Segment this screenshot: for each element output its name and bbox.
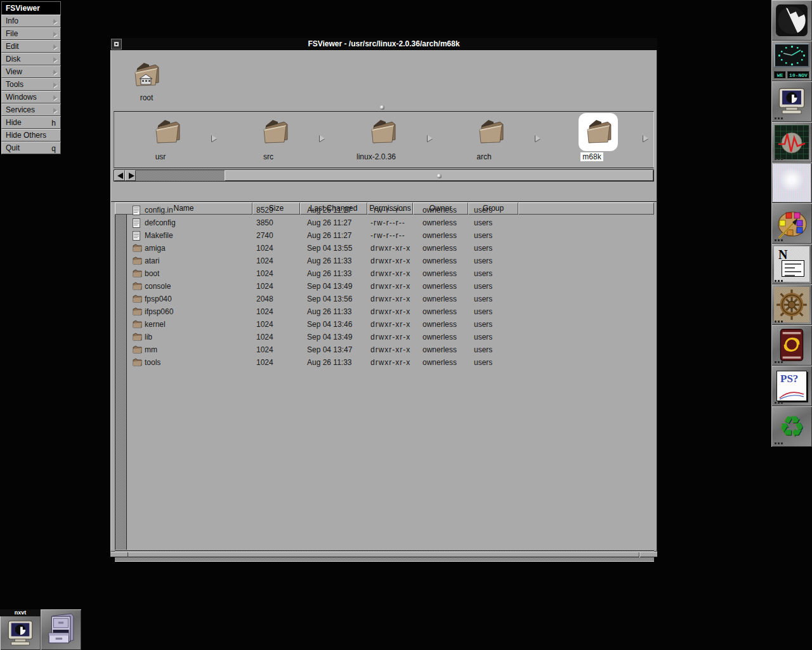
dock-tile-windowmaker[interactable] [771, 0, 812, 41]
browser-folder[interactable]: arch [438, 112, 546, 168]
column-arrow-icon [320, 135, 325, 142]
table-row[interactable]: atari 1024 Aug 26 11:33 drwxr-xr-x owner… [129, 255, 654, 267]
file-permissions: drwxr-xr-x [370, 269, 410, 278]
miniwindow-nxvt[interactable]: nxvt [0, 609, 41, 650]
browser-folder[interactable]: linux-2.0.36 [330, 112, 438, 168]
scroll-right-button[interactable] [125, 170, 136, 181]
file-changed: Sep 04 13:47 [307, 345, 352, 354]
dock-tile-text-editor[interactable]: N [771, 244, 812, 284]
table-row[interactable]: amiga 1024 Sep 04 13:55 drwxr-xr-x owner… [129, 242, 654, 255]
menu-item[interactable]: Tools [1, 78, 61, 91]
clock-day-display: WE [774, 71, 786, 79]
list-vertical-scrollbar[interactable] [115, 215, 127, 550]
file-size: 1024 [256, 358, 273, 367]
table-row[interactable]: Makefile 2740 Aug 26 11:27 -rw-r--r-- ow… [129, 229, 654, 242]
browser-folder[interactable]: src [222, 112, 330, 168]
scrollbar-track[interactable] [136, 170, 225, 181]
menu-item[interactable]: Disk [1, 53, 61, 65]
menu-item[interactable]: Hide h [1, 116, 61, 129]
table-row[interactable]: console 1024 Sep 04 13:49 drwxr-xr-x own… [129, 280, 654, 293]
dock-tile-monitor[interactable] [771, 81, 812, 122]
browser-folder[interactable]: usr [114, 112, 222, 168]
file-size: 1024 [256, 282, 273, 291]
file-owner: ownerless [422, 206, 457, 215]
scroll-left-button[interactable] [114, 170, 125, 181]
table-row[interactable]: config.in 8529 Aug 26 11:27 -rw-r--r-- o… [129, 204, 654, 216]
menu-item-label: Hide Others [6, 131, 46, 140]
file-name: amiga [145, 244, 166, 253]
file-permissions: drwxr-xr-x [370, 345, 410, 354]
browser-folder[interactable]: m68k [546, 112, 653, 168]
table-row[interactable]: fpsp040 2048 Sep 04 13:56 drwxr-xr-x own… [129, 293, 654, 305]
file-group: users [474, 307, 492, 316]
document-icon [133, 231, 140, 241]
menu-item[interactable]: Services [1, 103, 61, 116]
menu-item[interactable]: Quit q [1, 142, 61, 154]
table-row[interactable]: boot 1024 Aug 26 11:33 drwxr-xr-x ownerl… [129, 267, 654, 280]
home-folder-icon [131, 59, 162, 90]
window-titlebar[interactable]: FSViewer - /usr/src/linux-2.0.36/arch/m6… [110, 38, 657, 50]
menu-item-label: Edit [6, 42, 19, 51]
shelf-resize-knob[interactable] [380, 105, 384, 110]
menu-item[interactable]: Info [1, 15, 61, 27]
menu-item-label: Disk [6, 55, 20, 63]
file-name: atari [145, 256, 159, 265]
file-owner: ownerless [422, 256, 457, 265]
table-row[interactable]: kernel 1024 Sep 04 13:46 drwxr-xr-x owne… [129, 318, 654, 331]
menu-item[interactable]: Hide Others [1, 129, 61, 142]
column-arrow-icon [428, 135, 433, 142]
table-row[interactable]: lib 1024 Sep 04 13:49 drwxr-xr-x ownerle… [129, 331, 654, 343]
file-owner: ownerless [422, 358, 457, 367]
column-arrow-icon [535, 135, 540, 142]
file-changed: Aug 26 11:33 [307, 358, 352, 367]
menu-item[interactable]: View [1, 65, 61, 78]
resize-right-cap[interactable] [639, 552, 657, 557]
running-dots [775, 402, 776, 404]
postscript-icon: PS? [776, 371, 807, 401]
file-group: users [474, 358, 492, 367]
menu-item[interactable]: Edit [1, 40, 61, 53]
dock-tile-ghost-noise[interactable] [771, 162, 812, 203]
file-owner: ownerless [422, 218, 457, 227]
submenu-arrow-icon [53, 32, 57, 37]
folder-icon [133, 244, 142, 252]
monitor-icon [777, 87, 806, 116]
running-dots [775, 158, 776, 160]
table-row[interactable]: tools 1024 Aug 26 11:33 drwxr-xr-x owner… [129, 356, 654, 369]
menu-item[interactable]: Windows [1, 91, 61, 103]
right-arrow-icon [129, 173, 134, 179]
file-size: 2048 [256, 295, 273, 303]
menu-item-label: View [6, 67, 22, 76]
file-group: users [474, 282, 492, 291]
file-group: users [474, 218, 492, 227]
resize-left-cap[interactable] [110, 552, 128, 557]
table-row[interactable]: ifpsp060 1024 Aug 26 11:33 drwxr-xr-x ow… [129, 305, 654, 318]
dock-tile-clock[interactable]: WE 10-NOV [771, 41, 812, 81]
file-owner: ownerless [422, 345, 457, 354]
dock-tile-recycler[interactable]: ♻ [771, 406, 812, 447]
dock-tile-pulse-monitor[interactable] [771, 122, 812, 162]
menu-item[interactable]: File [1, 27, 61, 40]
table-row[interactable]: defconfig 3850 Aug 26 11:27 -rw-r--r-- o… [129, 216, 654, 229]
folder-icon [368, 116, 398, 147]
window-resizebar[interactable] [110, 552, 657, 557]
menu-item-label: Hide [6, 118, 22, 127]
shelf-item-root[interactable]: root [126, 59, 167, 102]
dock-tile-mailbox[interactable] [771, 325, 812, 366]
menu-item-label: Info [6, 17, 18, 25]
file-size: 1024 [256, 345, 273, 354]
submenu-arrow-icon [53, 19, 57, 24]
dock-tile-postscript-viewer[interactable]: PS? [771, 366, 812, 406]
scrollbar-thumb[interactable] [225, 170, 653, 181]
app-menu-title[interactable]: FSViewer [1, 1, 61, 15]
dock-tile-paint-palette[interactable] [771, 203, 812, 244]
miniaturize-button[interactable] [111, 39, 122, 50]
running-dots [775, 117, 776, 119]
file-size: 2740 [256, 231, 273, 240]
thumb-dimple [437, 174, 442, 178]
file-owner: ownerless [422, 320, 457, 329]
appicon-fsviewer[interactable] [41, 609, 81, 650]
table-row[interactable]: mm 1024 Sep 04 13:47 drwxr-xr-x ownerles… [129, 343, 654, 356]
file-group: users [474, 206, 492, 215]
dock-tile-ship-wheel[interactable] [771, 284, 812, 325]
